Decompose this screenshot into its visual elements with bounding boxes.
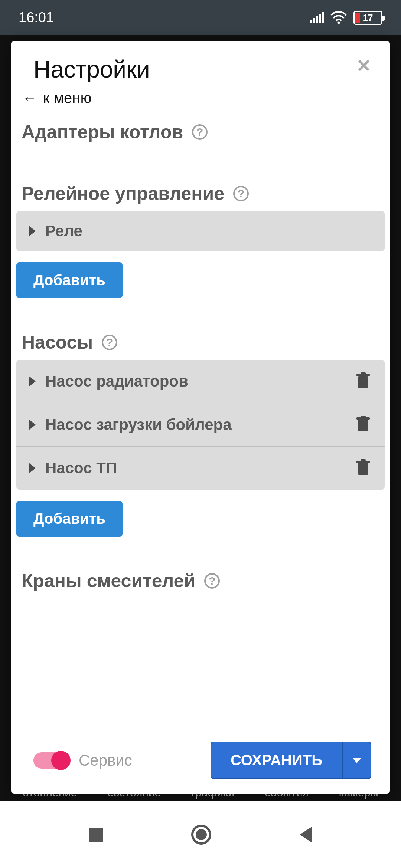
wifi-icon xyxy=(330,11,347,24)
back-label: к меню xyxy=(43,90,91,106)
section-mixer-valves: Краны смесителей ? xyxy=(16,570,385,598)
modal-header: Настройки ✕ xyxy=(11,41,390,87)
caret-down-icon xyxy=(352,758,361,763)
service-toggle[interactable] xyxy=(33,752,69,769)
help-icon[interactable]: ? xyxy=(233,186,249,201)
pumps-list: Насос радиаторов Насос загрузки бойлера … xyxy=(16,360,385,490)
help-icon[interactable]: ? xyxy=(102,335,117,350)
nav-recent-icon[interactable] xyxy=(89,828,103,842)
svg-rect-12 xyxy=(358,463,368,475)
save-dropdown-button[interactable] xyxy=(342,742,371,779)
add-button[interactable]: Добавить xyxy=(16,501,123,537)
help-icon[interactable]: ? xyxy=(192,124,208,140)
svg-rect-9 xyxy=(358,420,368,431)
delete-icon[interactable] xyxy=(354,458,372,479)
signal-icon xyxy=(310,12,324,23)
caret-right-icon xyxy=(29,463,36,473)
list-item[interactable]: Насос загрузки бойлера xyxy=(16,403,385,447)
caret-right-icon xyxy=(29,420,36,430)
list-item[interactable]: Насос радиаторов xyxy=(16,360,385,403)
svg-rect-8 xyxy=(361,372,366,374)
svg-rect-1 xyxy=(313,18,315,23)
delete-icon[interactable] xyxy=(354,414,372,435)
section-relay-control: Релейное управление ? Реле Добавить xyxy=(16,183,385,298)
section-pumps: Насосы ? Насос радиаторов Насос загрузки… xyxy=(16,332,385,537)
svg-point-5 xyxy=(338,21,340,24)
close-icon[interactable]: ✕ xyxy=(353,56,375,76)
save-button-group: СОХРАНИТЬ xyxy=(211,742,371,779)
section-title: Насосы xyxy=(22,332,93,353)
add-button[interactable]: Добавить xyxy=(16,262,123,298)
item-label: Реле xyxy=(45,222,372,240)
service-label: Сервис xyxy=(79,752,132,769)
list-item[interactable]: Реле xyxy=(16,211,385,251)
status-bar: 16:01 17 xyxy=(0,0,401,35)
svg-rect-3 xyxy=(319,14,321,23)
item-label: Насос ТП xyxy=(45,459,345,477)
svg-rect-14 xyxy=(361,459,366,461)
section-title: Релейное управление xyxy=(22,183,224,204)
battery-percent: 17 xyxy=(363,13,373,23)
section-boiler-adapters: Адаптеры котлов ? xyxy=(16,121,385,149)
modal-body: Адаптеры котлов ? Релейное управление ? … xyxy=(11,118,390,734)
caret-right-icon xyxy=(29,376,36,387)
arrow-left-icon: ← xyxy=(22,90,37,106)
nav-home-icon[interactable] xyxy=(191,825,211,845)
svg-rect-2 xyxy=(316,16,318,23)
service-toggle-group: Сервис xyxy=(33,752,132,769)
status-time: 16:01 xyxy=(19,10,54,26)
svg-rect-4 xyxy=(322,12,324,23)
svg-rect-11 xyxy=(361,416,366,418)
section-title: Краны смесителей xyxy=(22,570,195,592)
battery-icon: 17 xyxy=(353,11,382,25)
nav-back-icon[interactable] xyxy=(300,826,312,843)
help-icon[interactable]: ? xyxy=(204,573,220,589)
section-title: Адаптеры котлов xyxy=(22,121,183,143)
toggle-knob xyxy=(51,751,71,770)
svg-rect-0 xyxy=(310,20,312,23)
item-label: Насос загрузки бойлера xyxy=(45,416,345,434)
list-item[interactable]: Насос ТП xyxy=(16,447,385,490)
modal-title: Настройки xyxy=(33,56,150,83)
relay-list: Реле xyxy=(16,211,385,251)
modal-footer: Сервис СОХРАНИТЬ xyxy=(11,734,390,794)
item-label: Насос радиаторов xyxy=(45,372,345,390)
status-right: 17 xyxy=(310,11,382,25)
svg-rect-6 xyxy=(358,376,368,388)
save-button[interactable]: СОХРАНИТЬ xyxy=(211,742,342,779)
caret-right-icon xyxy=(29,226,36,236)
back-to-menu-link[interactable]: ← к меню xyxy=(11,87,390,118)
system-nav-bar xyxy=(0,801,401,868)
settings-modal: Настройки ✕ ← к меню Адаптеры котлов ? Р… xyxy=(11,41,390,794)
delete-icon[interactable] xyxy=(354,371,372,392)
